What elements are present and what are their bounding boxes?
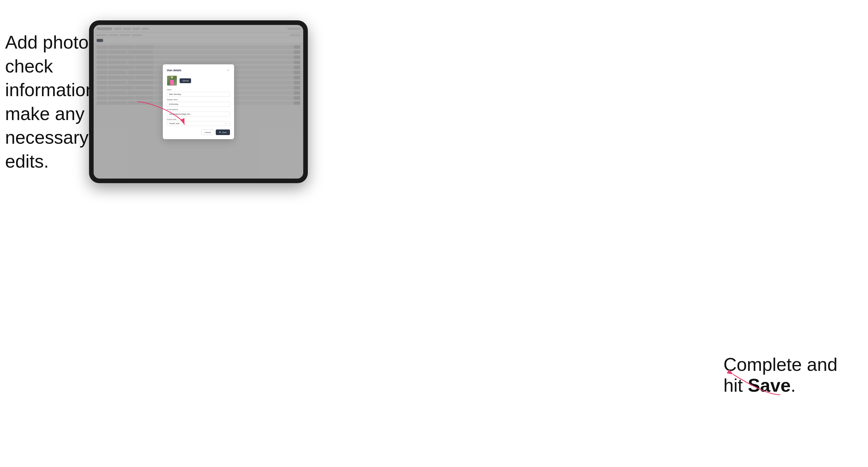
upload-button[interactable]: Upload bbox=[180, 79, 191, 83]
tablet-screen: ▲ bbox=[94, 25, 303, 179]
modal-header: User details × bbox=[167, 68, 230, 72]
user-photo-thumb bbox=[167, 75, 177, 86]
save-icon: ⬆ bbox=[219, 131, 221, 133]
display-name-input[interactable] bbox=[167, 102, 230, 106]
school-year-field-group: School Year × ⌃ bbox=[167, 119, 230, 126]
email-label: Email address bbox=[167, 108, 230, 111]
display-name-field-group: Display name bbox=[167, 99, 230, 106]
photo-figure-body bbox=[170, 80, 174, 85]
save-button[interactable]: ⬆ Save bbox=[216, 129, 230, 135]
modal-title: User details bbox=[167, 69, 181, 72]
photo-inner bbox=[167, 76, 177, 86]
name-input[interactable] bbox=[167, 92, 230, 97]
email-input[interactable] bbox=[167, 112, 230, 117]
school-year-label: School Year bbox=[167, 119, 230, 120]
school-year-input[interactable] bbox=[167, 121, 230, 126]
photo-figure-head bbox=[171, 76, 173, 79]
modal-overlay: User details × Upload Name bbox=[94, 25, 303, 179]
close-icon[interactable]: × bbox=[226, 68, 230, 72]
display-name-label: Display name bbox=[167, 99, 230, 100]
annotation-right: Complete and hit Save. bbox=[723, 354, 837, 396]
user-details-modal: User details × Upload Name bbox=[163, 64, 234, 139]
school-year-wrapper: × ⌃ bbox=[167, 121, 230, 126]
photo-section: Upload bbox=[167, 75, 230, 86]
chevron-down-icon[interactable]: ⌃ bbox=[227, 123, 228, 125]
school-year-icons: × ⌃ bbox=[225, 122, 228, 125]
name-field-group: Name bbox=[167, 89, 230, 97]
modal-footer: Cancel ⬆ Save bbox=[167, 129, 230, 135]
name-label: Name bbox=[167, 89, 230, 91]
email-field-group: Email address bbox=[167, 108, 230, 117]
clear-icon[interactable]: × bbox=[225, 122, 226, 125]
tablet-frame: ▲ bbox=[89, 20, 308, 183]
cancel-button[interactable]: Cancel bbox=[201, 129, 214, 135]
